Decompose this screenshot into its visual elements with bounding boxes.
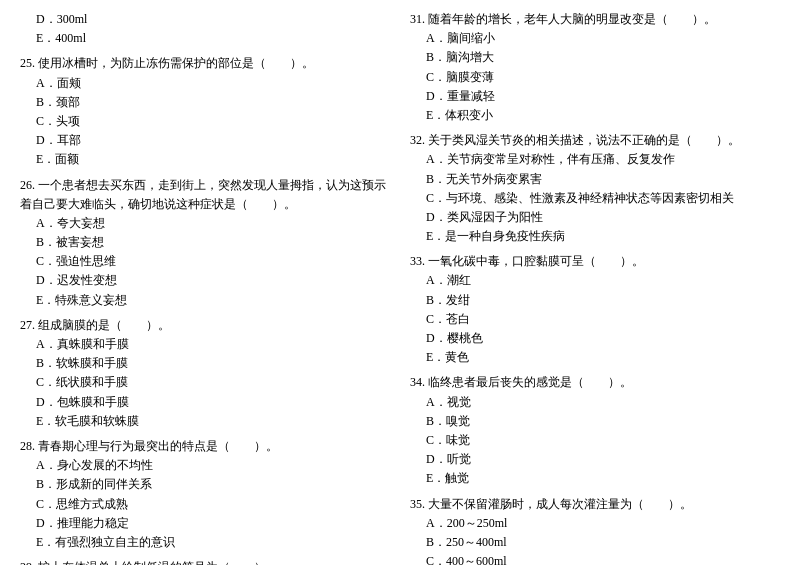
q28-opt-d: D．推理能力稳定 — [20, 514, 390, 533]
question-26-text: 26. 一个患者想去买东西，走到街上，突然发现人量拇指，认为这预示着自己要大难临… — [20, 176, 390, 214]
q32-opt-d: D．类风湿因子为阳性 — [410, 208, 780, 227]
q34-opt-a: A．视觉 — [410, 393, 780, 412]
page: D．300ml E．400ml 25. 使用冰槽时，为防止冻伤需保护的部位是（ … — [20, 10, 780, 565]
q28-opt-a: A．身心发展的不均性 — [20, 456, 390, 475]
q25-opt-c: C．头项 — [20, 112, 390, 131]
question-31: 31. 随着年龄的增长，老年人大脑的明显改变是（ ）。 A．脑间缩小 B．脑沟增… — [410, 10, 780, 125]
question-32: 32. 关于类风湿关节炎的相关描述，说法不正确的是（ ）。 A．关节病变常呈对称… — [410, 131, 780, 246]
question-32-text: 32. 关于类风湿关节炎的相关描述，说法不正确的是（ ）。 — [410, 131, 780, 150]
q34-opt-e: E．触觉 — [410, 469, 780, 488]
q26-opt-d: D．迟发性变想 — [20, 271, 390, 290]
q25-opt-e: E．面额 — [20, 150, 390, 169]
question-26: 26. 一个患者想去买东西，走到街上，突然发现人量拇指，认为这预示着自己要大难临… — [20, 176, 390, 310]
q26-opt-b: B．被害妄想 — [20, 233, 390, 252]
option-d-300ml: D．300ml — [20, 10, 390, 29]
q32-opt-a: A．关节病变常呈对称性，伴有压痛、反复发作 — [410, 150, 780, 169]
q28-opt-b: B．形成新的同伴关系 — [20, 475, 390, 494]
question-31-text: 31. 随着年龄的增长，老年人大脑的明显改变是（ ）。 — [410, 10, 780, 29]
question-33: 33. 一氧化碳中毒，口腔黏膜可呈（ ）。 A．潮红 B．发绀 C．苍白 D．樱… — [410, 252, 780, 367]
continuation-option-d: D．300ml E．400ml — [20, 10, 390, 48]
question-35-text: 35. 大量不保留灌肠时，成人每次灌注量为（ ）。 — [410, 495, 780, 514]
q25-opt-d: D．耳部 — [20, 131, 390, 150]
q35-opt-c: C．400～600ml — [410, 552, 780, 565]
q27-opt-a: A．真蛛膜和手膜 — [20, 335, 390, 354]
question-35: 35. 大量不保留灌肠时，成人每次灌注量为（ ）。 A．200～250ml B．… — [410, 495, 780, 566]
q27-opt-e: E．软毛膜和软蛛膜 — [20, 412, 390, 431]
left-column: D．300ml E．400ml 25. 使用冰槽时，为防止冻伤需保护的部位是（ … — [20, 10, 390, 565]
q31-opt-b: B．脑沟增大 — [410, 48, 780, 67]
q31-opt-e: E．体积变小 — [410, 106, 780, 125]
question-34: 34. 临终患者最后丧失的感觉是（ ）。 A．视觉 B．嗅觉 C．味觉 D．听觉… — [410, 373, 780, 488]
question-29: 29. 护士在体温单上给制低温的符号为（ ） A．⊙（蓝色） B．○（蓝色） C… — [20, 558, 390, 565]
q34-opt-b: B．嗅觉 — [410, 412, 780, 431]
q27-opt-c: C．纸状膜和手膜 — [20, 373, 390, 392]
q33-opt-e: E．黄色 — [410, 348, 780, 367]
right-column: 31. 随着年龄的增长，老年人大脑的明显改变是（ ）。 A．脑间缩小 B．脑沟增… — [410, 10, 780, 565]
question-25-text: 25. 使用冰槽时，为防止冻伤需保护的部位是（ ）。 — [20, 54, 390, 73]
q25-opt-a: A．面颊 — [20, 74, 390, 93]
option-e-400ml: E．400ml — [20, 29, 390, 48]
q34-opt-d: D．听觉 — [410, 450, 780, 469]
q27-opt-b: B．软蛛膜和手膜 — [20, 354, 390, 373]
q28-opt-e: E．有强烈独立自主的意识 — [20, 533, 390, 552]
q33-opt-b: B．发绀 — [410, 291, 780, 310]
q35-opt-a: A．200～250ml — [410, 514, 780, 533]
q28-opt-c: C．思维方式成熟 — [20, 495, 390, 514]
question-25: 25. 使用冰槽时，为防止冻伤需保护的部位是（ ）。 A．面颊 B．颈部 C．头… — [20, 54, 390, 169]
q33-opt-d: D．樱桃色 — [410, 329, 780, 348]
q26-opt-a: A．夸大妄想 — [20, 214, 390, 233]
question-29-text: 29. 护士在体温单上给制低温的符号为（ ） — [20, 558, 390, 565]
q27-opt-d: D．包蛛膜和手膜 — [20, 393, 390, 412]
q33-opt-a: A．潮红 — [410, 271, 780, 290]
q31-opt-a: A．脑间缩小 — [410, 29, 780, 48]
q32-opt-e: E．是一种自身免疫性疾病 — [410, 227, 780, 246]
q32-opt-c: C．与环境、感染、性激素及神经精神状态等因素密切相关 — [410, 189, 780, 208]
q32-opt-b: B．无关节外病变累害 — [410, 170, 780, 189]
q31-opt-c: C．脑膜变薄 — [410, 68, 780, 87]
question-27-text: 27. 组成脑膜的是（ ）。 — [20, 316, 390, 335]
q25-opt-b: B．颈部 — [20, 93, 390, 112]
q31-opt-d: D．重量减轻 — [410, 87, 780, 106]
question-34-text: 34. 临终患者最后丧失的感觉是（ ）。 — [410, 373, 780, 392]
question-27: 27. 组成脑膜的是（ ）。 A．真蛛膜和手膜 B．软蛛膜和手膜 C．纸状膜和手… — [20, 316, 390, 431]
question-28: 28. 青春期心理与行为最突出的特点是（ ）。 A．身心发展的不均性 B．形成新… — [20, 437, 390, 552]
question-28-text: 28. 青春期心理与行为最突出的特点是（ ）。 — [20, 437, 390, 456]
q34-opt-c: C．味觉 — [410, 431, 780, 450]
q33-opt-c: C．苍白 — [410, 310, 780, 329]
content-columns: D．300ml E．400ml 25. 使用冰槽时，为防止冻伤需保护的部位是（ … — [20, 10, 780, 565]
q26-opt-c: C．强迫性思维 — [20, 252, 390, 271]
q26-opt-e: E．特殊意义妄想 — [20, 291, 390, 310]
question-33-text: 33. 一氧化碳中毒，口腔黏膜可呈（ ）。 — [410, 252, 780, 271]
q35-opt-b: B．250～400ml — [410, 533, 780, 552]
